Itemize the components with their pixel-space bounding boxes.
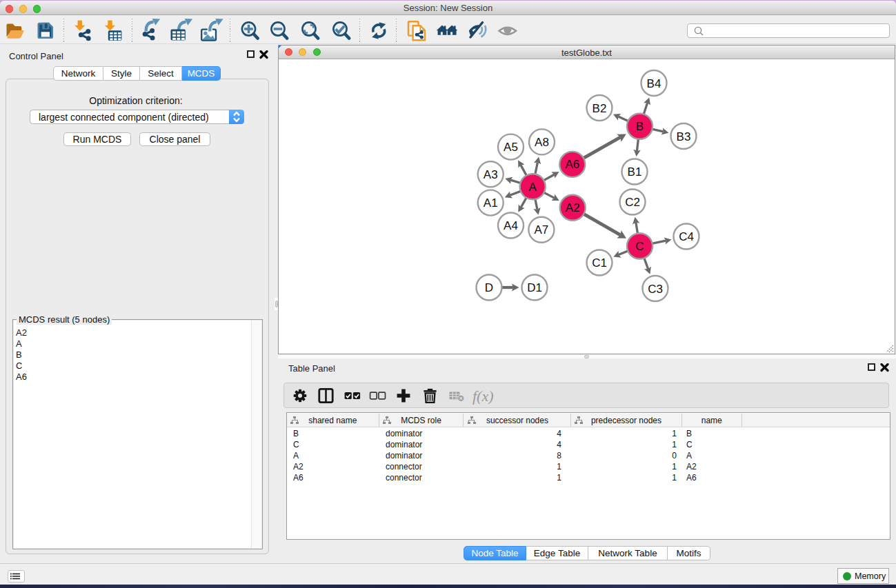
svg-text:D1: D1 <box>527 281 542 294</box>
svg-text:A3: A3 <box>484 168 498 181</box>
svg-text:A7: A7 <box>535 223 549 236</box>
svg-text:C2: C2 <box>625 196 640 209</box>
svg-text:B: B <box>636 120 644 133</box>
svg-text:A1: A1 <box>484 196 498 210</box>
svg-text:A2: A2 <box>566 201 580 214</box>
svg-text:B3: B3 <box>677 130 691 143</box>
svg-text:A4: A4 <box>504 219 518 232</box>
svg-text:C1: C1 <box>592 256 607 270</box>
svg-text:C: C <box>635 240 644 253</box>
svg-text:A8: A8 <box>535 136 549 149</box>
svg-text:C3: C3 <box>648 283 663 296</box>
svg-text:A5: A5 <box>504 141 518 154</box>
svg-text:B4: B4 <box>647 77 661 90</box>
svg-text:B2: B2 <box>593 102 607 115</box>
svg-text:B1: B1 <box>628 165 642 179</box>
svg-text:D: D <box>485 281 493 294</box>
svg-text:f(x): f(x) <box>472 387 494 405</box>
svg-text:C4: C4 <box>679 230 694 243</box>
svg-text:A: A <box>529 181 537 194</box>
svg-text:A6: A6 <box>565 158 579 171</box>
